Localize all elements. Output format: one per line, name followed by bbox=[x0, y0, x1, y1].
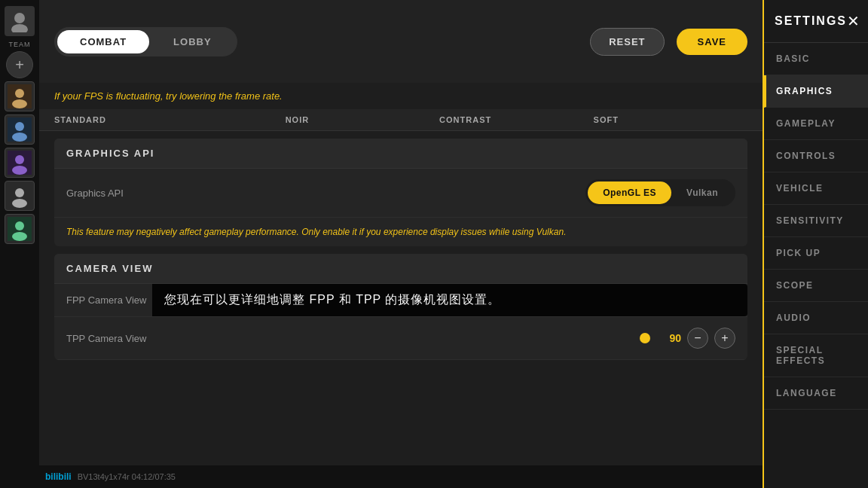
svg-point-16 bbox=[12, 232, 27, 241]
nav-language[interactable]: LANGUAGE bbox=[764, 377, 868, 410]
nav-sensitivity[interactable]: SENSITIVITY bbox=[764, 205, 868, 237]
reset-button[interactable]: RESET bbox=[590, 28, 664, 56]
tpp-row: TPP Camera View 90 − + bbox=[54, 317, 747, 360]
tooltip-text: 您现在可以更详细地调整 FPP 和 TPP 的摄像机视图设置。 bbox=[164, 292, 500, 308]
nav-graphics[interactable]: GRAPHICS bbox=[764, 75, 868, 108]
tpp-increment-button[interactable]: + bbox=[714, 328, 735, 349]
tpp-decrement-button[interactable]: − bbox=[687, 328, 708, 349]
bili-info: BV13t4y1x74r 04:12/07:35 bbox=[78, 472, 176, 481]
nav-basic[interactable]: BASIC bbox=[764, 43, 868, 75]
svg-point-13 bbox=[12, 199, 27, 208]
graphics-api-title: GRAPHICS API bbox=[54, 139, 747, 169]
player-slot-1[interactable] bbox=[5, 81, 35, 111]
tab-group: COMBAT LOBBY bbox=[54, 27, 237, 56]
player-slot-3[interactable] bbox=[5, 148, 35, 178]
svg-point-6 bbox=[15, 122, 24, 131]
bilibili-logo: bilibili bbox=[45, 471, 72, 482]
svg-point-4 bbox=[12, 99, 27, 108]
settings-title-bar: SETTINGS ✕ bbox=[764, 0, 868, 43]
tpp-slider-value: 90 bbox=[659, 332, 681, 344]
nav-vehicle[interactable]: VEHICLE bbox=[764, 172, 868, 205]
tpp-slider-thumb bbox=[640, 333, 650, 343]
opengl-button[interactable]: OpenGL ES bbox=[588, 181, 671, 204]
vulkan-warning: This feature may negatively affect gamep… bbox=[54, 218, 747, 246]
left-sidebar: TEAM + bbox=[0, 0, 39, 488]
vulkan-button[interactable]: Vulkan bbox=[671, 181, 733, 204]
nav-audio[interactable]: AUDIO bbox=[764, 302, 868, 334]
player-slot-2[interactable] bbox=[5, 114, 35, 145]
contrast-col: CONTRAST bbox=[439, 115, 593, 124]
fpp-row: FPP Camera View 您现在可以更详细地调整 FPP 和 TPP 的摄… bbox=[54, 284, 747, 317]
tooltip-overlay: 您现在可以更详细地调整 FPP 和 TPP 的摄像机视图设置。 bbox=[152, 284, 747, 316]
svg-point-3 bbox=[15, 89, 24, 98]
fps-warning: If your FPS is fluctuating, try lowering… bbox=[39, 83, 763, 109]
add-team-button[interactable]: + bbox=[6, 51, 33, 78]
graphics-api-section: GRAPHICS API Graphics API OpenGL ES Vulk… bbox=[54, 139, 747, 246]
save-button[interactable]: SAVE bbox=[677, 29, 747, 55]
team-label: TEAM bbox=[8, 41, 30, 48]
svg-point-0 bbox=[14, 13, 25, 23]
svg-point-9 bbox=[15, 155, 24, 164]
noir-col: NOIR bbox=[286, 115, 439, 124]
standard-col: STANDARD bbox=[54, 115, 286, 124]
svg-point-12 bbox=[15, 188, 24, 197]
close-icon[interactable]: ✕ bbox=[847, 12, 860, 30]
tpp-control: 90 − + bbox=[649, 328, 735, 349]
graphics-api-label: Graphics API bbox=[66, 188, 179, 199]
graphics-api-row: Graphics API OpenGL ES Vulkan bbox=[54, 169, 747, 218]
tpp-slider-container: 90 bbox=[649, 332, 681, 344]
bottom-bar: bilibili BV13t4y1x74r 04:12/07:35 bbox=[39, 465, 763, 488]
api-toggle-group: OpenGL ES Vulkan bbox=[585, 179, 735, 206]
nav-scope[interactable]: SCOPE bbox=[764, 270, 868, 302]
svg-point-7 bbox=[12, 133, 27, 142]
tab-combat[interactable]: COMBAT bbox=[57, 30, 149, 53]
top-bar: COMBAT LOBBY RESET SAVE bbox=[39, 0, 763, 83]
user-avatar[interactable] bbox=[5, 6, 35, 36]
nav-gameplay[interactable]: GAMEPLAY bbox=[764, 108, 868, 140]
svg-point-15 bbox=[15, 221, 24, 230]
svg-point-1 bbox=[11, 24, 28, 32]
settings-title: SETTINGS bbox=[775, 14, 847, 28]
nav-special-effects[interactable]: SPECIAL EFFECTS bbox=[764, 334, 868, 377]
main-area: COMBAT LOBBY RESET SAVE If your FPS is f… bbox=[39, 0, 763, 488]
soft-col: SOFT bbox=[594, 115, 747, 124]
nav-pickup[interactable]: PICK UP bbox=[764, 237, 868, 270]
filter-headers-row: STANDARD NOIR CONTRAST SOFT bbox=[39, 109, 763, 131]
player-slot-4[interactable] bbox=[5, 181, 35, 211]
graphics-api-control: OpenGL ES Vulkan bbox=[585, 179, 735, 206]
settings-nav: SETTINGS ✕ BASIC GRAPHICS GAMEPLAY CONTR… bbox=[763, 0, 868, 488]
camera-view-section: CAMERA VIEW FPP Camera View 您现在可以更详细地调整 … bbox=[54, 254, 747, 360]
nav-controls[interactable]: CONTROLS bbox=[764, 140, 868, 172]
player-slot-5[interactable] bbox=[5, 214, 35, 244]
camera-view-title: CAMERA VIEW bbox=[54, 254, 747, 284]
svg-point-10 bbox=[12, 166, 27, 175]
tpp-label: TPP Camera View bbox=[66, 333, 179, 344]
settings-content: If your FPS is fluctuating, try lowering… bbox=[39, 83, 763, 465]
tab-lobby[interactable]: LOBBY bbox=[151, 30, 234, 53]
